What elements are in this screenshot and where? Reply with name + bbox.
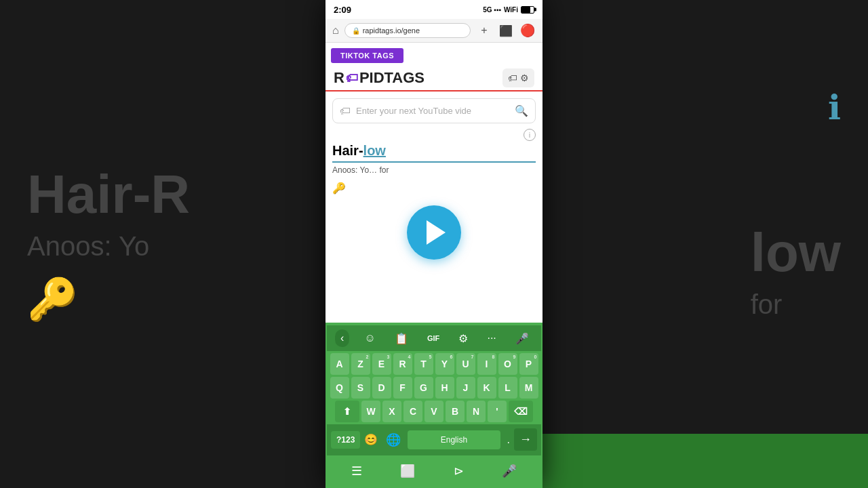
- search-area: 🏷 Enter your next YouTube vide 🔍: [326, 92, 542, 127]
- key-l[interactable]: L: [498, 377, 517, 399]
- key-r[interactable]: R4: [393, 353, 412, 375]
- spacebar[interactable]: English: [408, 430, 500, 449]
- key-u[interactable]: U7: [456, 353, 475, 375]
- download-button[interactable]: ⬛: [498, 24, 514, 37]
- key-m[interactable]: M: [519, 377, 538, 399]
- keyboard-mic-button[interactable]: 🎤: [511, 331, 533, 346]
- key-apostrophe[interactable]: ': [488, 401, 507, 422]
- keyboard-clipboard-button[interactable]: 📋: [391, 331, 412, 346]
- nav-menu-button[interactable]: ☰: [344, 461, 369, 481]
- browser-url-bar[interactable]: 🔒 rapidtags.io/gene: [344, 23, 471, 38]
- nav-mic-button[interactable]: 🎤: [495, 461, 524, 481]
- logo-tag-icon: 🏷: [346, 71, 358, 85]
- logo-r: R: [334, 69, 344, 87]
- info-button[interactable]: i: [524, 129, 536, 141]
- nav-home-button[interactable]: ⬜: [393, 461, 422, 481]
- signal-icon: 5G ▪▪▪: [483, 6, 501, 14]
- content-section: Hair-low Anoos: Yo… for: [326, 142, 542, 179]
- bg-text-medium-left: Anoos: Yo: [27, 231, 149, 262]
- bg-text-large-left: Hair-R: [27, 165, 190, 224]
- key-q[interactable]: Q: [330, 377, 349, 399]
- content-wrapper: Hair-low Anoos: Yo… for 🔑: [326, 142, 542, 323]
- battery-icon: [521, 6, 534, 14]
- key-j[interactable]: J: [456, 377, 475, 399]
- keyboard-back-button[interactable]: ‹: [335, 329, 349, 347]
- return-key[interactable]: →: [514, 428, 537, 451]
- browser-bar: ⌂ 🔒 rapidtags.io/gene + ⬛ 🔴: [326, 19, 542, 43]
- search-placeholder-text: Enter your next YouTube vide: [356, 106, 509, 116]
- search-tag-icon: 🏷: [340, 105, 351, 117]
- key-t[interactable]: T5: [414, 353, 433, 375]
- key-p[interactable]: P0: [519, 353, 538, 375]
- key-w[interactable]: W: [361, 401, 380, 422]
- period-key[interactable]: .: [503, 431, 514, 449]
- key-icon-row: 🔑: [326, 179, 542, 197]
- keyboard-gif-button[interactable]: GIF: [423, 333, 443, 344]
- key-v[interactable]: V: [425, 401, 443, 422]
- key-z[interactable]: Z2: [351, 353, 370, 375]
- extension-button[interactable]: 🔴: [519, 23, 536, 38]
- gif-label: GIF: [427, 334, 439, 342]
- search-bar[interactable]: 🏷 Enter your next YouTube vide 🔍: [332, 98, 536, 123]
- status-bar: 2:09 5G ▪▪▪ WiFi: [326, 0, 542, 19]
- key-g[interactable]: G: [414, 377, 433, 399]
- key-a[interactable]: A: [330, 353, 349, 375]
- backspace-key[interactable]: ⌫: [509, 401, 533, 422]
- key-icon: 🔑: [332, 182, 346, 195]
- keyboard-emoji-button[interactable]: ☺: [360, 331, 379, 346]
- bg-info-icon: ℹ: [828, 88, 841, 127]
- keyboard-rows: A Z2 E3 R4 T5 Y6 U7 I8 O9 P0 Q S D F G H…: [327, 353, 541, 422]
- browser-home-button[interactable]: ⌂: [332, 24, 339, 37]
- tiktok-tags-tab[interactable]: TIKTOK TAGS: [331, 48, 403, 63]
- key-o[interactable]: O9: [498, 353, 517, 375]
- key-d[interactable]: D: [372, 377, 391, 399]
- play-button[interactable]: [407, 205, 461, 260]
- new-tab-button[interactable]: +: [476, 24, 492, 37]
- keyboard-row-1: A Z2 E3 R4 T5 Y6 U7 I8 O9 P0: [328, 353, 540, 375]
- subtitle-text: Anoos: Yo: [332, 165, 369, 175]
- background-right: ℹ low for: [542, 0, 868, 488]
- key-e[interactable]: E3: [372, 353, 391, 375]
- keyboard-more-button[interactable]: ···: [483, 331, 500, 346]
- bg-text-large-right: low: [751, 223, 841, 283]
- url-text: rapidtags.io/gene: [363, 26, 420, 35]
- app-content: TIKTOK TAGS R 🏷 PIDTAGS 🏷 ⚙ 🏷 Enter your…: [326, 43, 542, 323]
- lock-icon: 🔒: [352, 27, 360, 35]
- content-title-text: Hair-: [332, 143, 363, 158]
- keyboard-toolbar: ‹ ☺ 📋 GIF ⚙ ··· 🎤: [327, 325, 541, 351]
- key-f[interactable]: F: [393, 377, 412, 399]
- shift-key[interactable]: ⬆: [335, 401, 359, 422]
- logo-settings-button[interactable]: 🏷 ⚙: [502, 68, 534, 87]
- info-icon: i: [529, 131, 530, 139]
- key-y[interactable]: Y6: [435, 353, 454, 375]
- keyboard-emoji-face-button[interactable]: 😊: [360, 430, 382, 449]
- key-n[interactable]: N: [467, 401, 486, 422]
- settings-tag-icon: 🏷: [508, 73, 517, 83]
- key-x[interactable]: X: [382, 401, 401, 422]
- background-left: Hair-R Anoos: Yo 🔑: [0, 0, 326, 488]
- key-k[interactable]: K: [477, 377, 496, 399]
- keyboard-settings-button[interactable]: ⚙: [454, 331, 472, 346]
- keyboard-bottom-row: ?123 😊 🌐 English . →: [327, 424, 541, 455]
- keyboard-row-3: ⬆ W X C V B N ' ⌫: [328, 401, 540, 422]
- search-icon[interactable]: 🔍: [515, 104, 528, 117]
- content-title-suffix: low: [363, 143, 386, 158]
- key-s[interactable]: S: [351, 377, 370, 399]
- wifi-icon: WiFi: [504, 6, 518, 14]
- subtitle-suffix: … for: [369, 165, 389, 175]
- key-h[interactable]: H: [435, 377, 454, 399]
- content-subtitle: Anoos: Yo… for: [332, 165, 536, 175]
- key-i[interactable]: I8: [477, 353, 496, 375]
- key-b[interactable]: B: [446, 401, 465, 422]
- settings-gear-icon: ⚙: [520, 73, 529, 83]
- key-c[interactable]: C: [403, 401, 422, 422]
- status-time: 2:09: [334, 5, 351, 15]
- nav-back-button[interactable]: ⊳: [447, 461, 471, 481]
- info-row: i: [326, 127, 542, 142]
- logo: R 🏷 PIDTAGS: [334, 69, 425, 87]
- content-title: Hair-low: [332, 142, 536, 163]
- bg-text-medium-right: for: [751, 289, 841, 320]
- play-triangle-icon: [427, 220, 446, 245]
- numbers-key[interactable]: ?123: [331, 431, 360, 449]
- keyboard-globe-button[interactable]: 🌐: [382, 430, 405, 450]
